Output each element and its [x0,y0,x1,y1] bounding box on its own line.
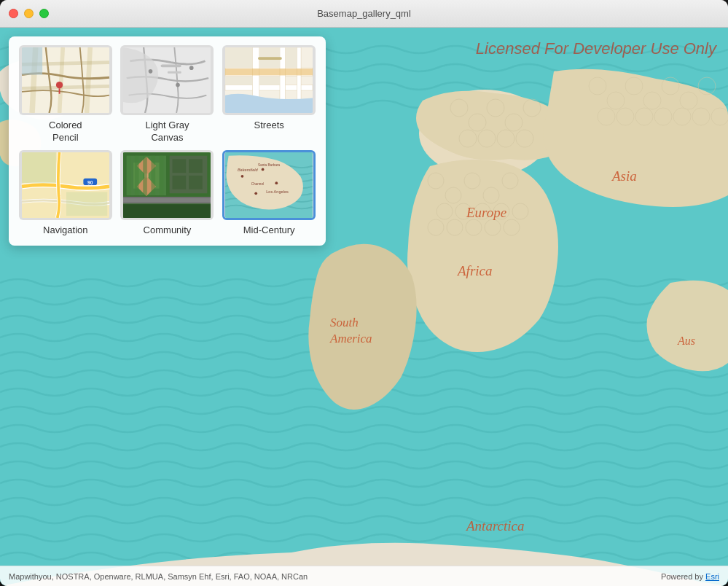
svg-rect-96 [123,204,211,218]
svg-text:Bakersfield: Bakersfield [238,168,259,172]
svg-rect-74 [258,57,282,60]
svg-text:Channel: Channel [251,182,264,186]
app-window: Basemap_gallery_qml [0,0,728,586]
thumbnail-colored-pencil [19,45,112,115]
svg-point-59 [189,66,194,70]
attribution-right: Powered by Esri [661,572,719,581]
svg-text:Los Angeles: Los Angeles [266,190,289,194]
thumbnail-navigation: 90 [19,150,112,220]
gallery-item-streets[interactable]: Streets [221,45,317,144]
gallery-label-navigation: Navigation [43,224,87,237]
svg-rect-87 [152,155,156,195]
svg-point-54 [56,82,63,88]
maximize-button[interactable] [39,9,49,18]
svg-text:Aus: Aus [677,335,695,347]
svg-rect-61 [168,71,181,74]
svg-text:Africa: Africa [456,263,493,278]
svg-rect-86 [144,155,148,195]
svg-rect-72 [259,76,280,85]
svg-point-58 [176,83,181,87]
thumbnail-community [120,150,214,220]
svg-line-53 [22,86,109,88]
svg-point-57 [149,69,153,74]
gallery-label-light-gray: Light GrayCanvas [146,120,189,144]
svg-text:South: South [330,316,359,329]
svg-rect-94 [173,176,187,190]
minimize-button[interactable] [24,9,34,18]
gallery-grid: ColoredPencil [17,45,317,237]
traffic-lights [9,9,49,18]
svg-rect-70 [286,47,297,68]
svg-rect-95 [189,176,203,190]
window-title: Basemap_gallery_qml [317,8,411,19]
svg-text:Antarctica: Antarctica [465,518,525,534]
svg-rect-78 [22,152,56,183]
svg-rect-88 [160,155,164,195]
attribution-left: Mapwithyou, NOSTRA, Openware, RLMUA, Sam… [9,572,308,581]
svg-point-99 [241,175,244,178]
thumbnail-streets [222,45,316,115]
attribution-bar: Mapwithyou, NOSTRA, Openware, RLMUA, Sam… [0,566,728,586]
svg-rect-60 [161,64,181,67]
svg-rect-55 [22,47,42,75]
svg-rect-92 [173,159,187,173]
svg-point-102 [254,192,257,195]
svg-rect-90 [123,198,211,203]
svg-rect-79 [66,192,107,216]
gallery-item-community[interactable]: Community [120,150,216,237]
basemap-gallery-panel: ColoredPencil [9,36,326,246]
gallery-item-navigation[interactable]: 90 Navigation [17,150,114,237]
gallery-item-colored-pencil[interactable]: ColoredPencil [17,45,114,144]
titlebar: Basemap_gallery_qml [0,0,728,28]
svg-text:Europe: Europe [466,205,506,220]
svg-point-100 [262,168,265,171]
thumbnail-light-gray [120,45,214,115]
svg-text:America: America [329,332,372,345]
svg-rect-93 [189,159,203,173]
gallery-item-mid-century[interactable]: Bakersfield Santa Barbara Channel Los An… [221,150,317,237]
svg-rect-71 [225,76,253,85]
svg-text:Asia: Asia [611,168,637,184]
gallery-label-streets: Streets [254,120,284,132]
close-button[interactable] [9,9,18,18]
svg-rect-84 [127,155,131,195]
svg-point-101 [275,181,278,184]
svg-rect-85 [135,155,139,195]
svg-rect-73 [225,69,313,75]
gallery-label-community: Community [144,224,192,237]
svg-text:Santa Barbara: Santa Barbara [258,163,281,167]
gallery-item-light-gray[interactable]: Light GrayCanvas [120,45,216,144]
svg-line-51 [87,47,90,113]
svg-text:90: 90 [87,180,93,185]
esri-link[interactable]: Esri [705,572,719,581]
thumbnail-mid-century: Bakersfield Santa Barbara Channel Los An… [222,150,316,220]
gallery-label-mid-century: Mid-Century [243,224,295,237]
svg-rect-68 [225,47,253,68]
gallery-label-colored-pencil: ColoredPencil [49,120,82,144]
main-content: Europe Asia Africa South America Antarct… [0,28,728,586]
